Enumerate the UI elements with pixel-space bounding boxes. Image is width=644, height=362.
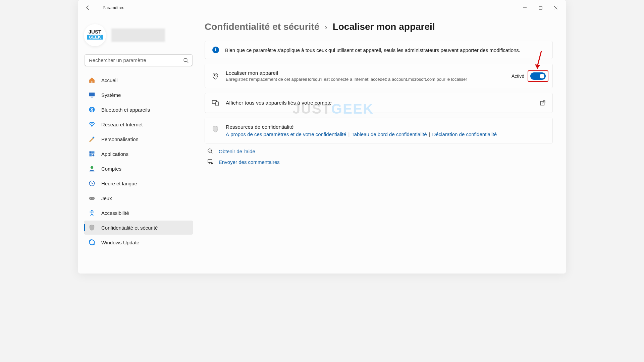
location-pin-icon (212, 72, 219, 80)
search-input[interactable] (85, 54, 193, 66)
sidebar-item-home[interactable]: Accueil (84, 73, 193, 87)
linked-devices-card[interactable]: Afficher tous vos appareils liés à votre… (205, 93, 553, 113)
feedback-link-row: Envoyer des commentaires (207, 159, 553, 165)
accessibility-icon (89, 209, 95, 216)
sidebar: JUST GEEK AccueilSystèmeBluetooth et app… (78, 15, 199, 274)
sidebar-item-update[interactable]: Windows Update (84, 235, 193, 249)
back-button[interactable] (85, 5, 91, 10)
svg-point-35 (211, 163, 213, 164)
devices-icon (212, 99, 219, 107)
sidebar-item-apps[interactable]: Applications (84, 147, 193, 161)
send-feedback-link[interactable]: Envoyer des commentaires (219, 159, 280, 165)
svg-rect-16 (90, 154, 92, 157)
sidebar-item-network[interactable]: Réseau et Internet (84, 117, 193, 131)
sidebar-item-label: Confidentialité et sécurité (101, 225, 158, 231)
accounts-icon (89, 165, 95, 172)
setting-title: Localiser mon appareil (226, 70, 505, 76)
search-field[interactable] (85, 54, 193, 66)
avatar: JUST GEEK (84, 24, 106, 46)
svg-line-33 (211, 152, 213, 154)
sidebar-item-personalization[interactable]: Personnalisation (84, 132, 193, 146)
sidebar-item-label: Windows Update (101, 240, 139, 245)
svg-marker-27 (535, 64, 540, 69)
logo-icon: JUST GEEK (86, 26, 104, 44)
svg-rect-17 (92, 154, 95, 157)
feedback-icon (207, 159, 213, 165)
resources-links: À propos de ces paramètres et de votre c… (226, 131, 497, 137)
home-icon (89, 77, 95, 83)
sidebar-item-privacy[interactable]: Confidentialité et sécurité (84, 221, 193, 235)
time-icon (89, 180, 95, 187)
sidebar-item-gaming[interactable]: Jeux (84, 191, 193, 205)
close-button[interactable] (548, 2, 564, 13)
system-icon (89, 92, 95, 98)
sidebar-item-label: Jeux (101, 195, 112, 201)
maximize-button[interactable] (533, 2, 548, 13)
svg-rect-29 (216, 102, 218, 106)
gaming-icon (89, 195, 95, 201)
svg-point-22 (93, 198, 94, 199)
sidebar-item-system[interactable]: Système (84, 88, 193, 102)
breadcrumb-separator: › (325, 23, 327, 32)
svg-rect-20 (89, 197, 95, 200)
setting-description: Enregistrez l'emplacement de cet apparei… (226, 77, 505, 82)
close-icon (554, 6, 558, 10)
find-my-device-card: Localiser mon appareil Enregistrez l'emp… (205, 64, 553, 88)
sidebar-item-label: Bluetooth et appareils (101, 107, 150, 113)
breadcrumb-parent[interactable]: Confidentialité et sécurité (205, 21, 319, 32)
breadcrumb: Confidentialité et sécurité › Localiser … (205, 21, 553, 32)
sidebar-item-bluetooth[interactable]: Bluetooth et appareils (84, 103, 193, 117)
privacy-resources-card: Ressources de confidentialité À propos d… (205, 118, 553, 143)
update-icon (89, 239, 95, 246)
svg-text:?: ? (209, 149, 211, 152)
sidebar-item-label: Accueil (101, 77, 117, 83)
svg-rect-1 (539, 6, 542, 9)
info-banner: i Bien que ce paramètre s'applique à tou… (205, 41, 553, 59)
svg-rect-9 (89, 93, 95, 96)
minimize-icon (523, 6, 527, 10)
network-icon (89, 121, 95, 128)
svg-text:JUST: JUST (89, 29, 102, 35)
sidebar-item-time[interactable]: Heure et langue (84, 176, 193, 190)
svg-rect-34 (208, 160, 212, 163)
apps-icon (89, 150, 95, 157)
svg-rect-10 (91, 97, 93, 98)
minimize-button[interactable] (517, 2, 533, 13)
sidebar-item-accessibility[interactable]: Accessibilité (84, 206, 193, 220)
bluetooth-icon (89, 106, 95, 113)
linked-devices-label: Afficher tous vos appareils liés à votre… (226, 100, 533, 106)
search-icon (183, 58, 189, 63)
resource-link-statement[interactable]: Déclaration de confidentialité (432, 131, 497, 137)
sidebar-item-label: Accessibilité (101, 210, 129, 216)
sidebar-item-label: Système (101, 92, 121, 98)
help-icon: ? (207, 148, 213, 154)
maximize-icon (539, 6, 542, 10)
sidebar-item-label: Réseau et Internet (101, 122, 143, 127)
resources-title: Ressources de confidentialité (226, 124, 497, 130)
privacy-icon (89, 224, 95, 231)
main-content: Confidentialité et sécurité › Localiser … (199, 15, 566, 274)
get-help-link[interactable]: Obtenir de l'aide (219, 148, 255, 154)
svg-point-12 (92, 126, 93, 127)
arrow-left-icon (85, 5, 91, 10)
shield-icon (212, 125, 219, 133)
svg-point-23 (91, 210, 93, 211)
svg-line-8 (187, 61, 188, 63)
settings-window: Paramètres JUST GEEK (78, 0, 566, 274)
resource-link-about[interactable]: À propos de ces paramètres et de votre c… (226, 131, 346, 137)
svg-text:GEEK: GEEK (89, 35, 101, 40)
annotation-highlight (528, 70, 548, 82)
window-title: Paramètres (103, 5, 124, 10)
personalization-icon (89, 136, 95, 142)
svg-point-25 (214, 74, 216, 76)
sidebar-item-accounts[interactable]: Comptes (84, 162, 193, 176)
external-link-icon (540, 100, 546, 106)
svg-point-21 (90, 198, 91, 199)
svg-point-18 (91, 166, 93, 169)
find-my-device-toggle[interactable] (530, 72, 546, 80)
page-title: Localiser mon appareil (333, 21, 435, 32)
svg-rect-14 (90, 152, 92, 154)
user-profile-row[interactable]: JUST GEEK (84, 24, 193, 46)
resource-link-dashboard[interactable]: Tableau de bord de confidentialité (352, 131, 427, 137)
help-link-row: ? Obtenir de l'aide (207, 148, 553, 154)
